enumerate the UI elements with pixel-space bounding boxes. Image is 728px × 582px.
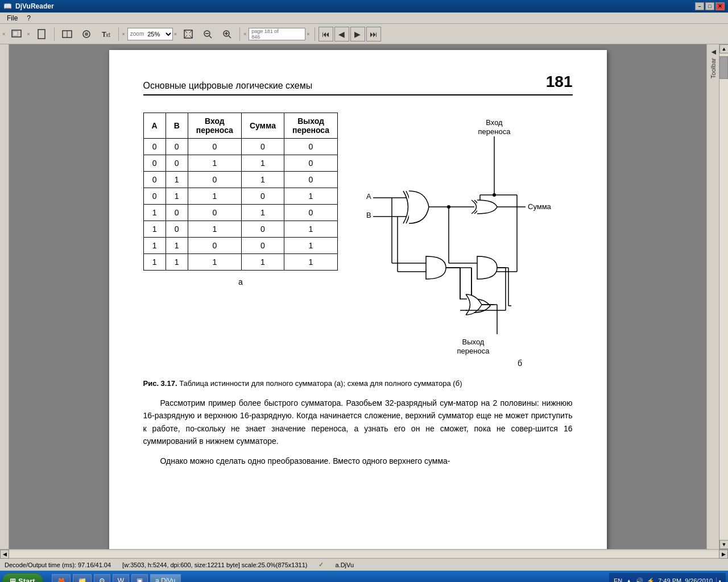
status-bar: Decode/Output time (ms): 97.16/41.04 [w:… <box>0 558 728 571</box>
scroll-track[interactable] <box>719 53 728 540</box>
app-icon: 📖 <box>3 2 12 10</box>
start-label: Start <box>18 577 35 583</box>
document-area[interactable]: Основные цифровые логические схемы 181 А… <box>9 44 706 549</box>
taskbar-item-mediaplayer[interactable]: ⚙ <box>94 574 110 582</box>
sep1 <box>54 27 55 41</box>
mediaplayer-icon: ⚙ <box>99 577 105 582</box>
page-header-title: Основные цифровые логические схемы <box>143 81 313 91</box>
table-row: 00000 <box>143 139 338 155</box>
page-group: page 181 of 846 181 <box>249 28 305 40</box>
subfig-a-label: а <box>143 277 338 286</box>
title-bar-controls: – □ ✕ <box>695 2 725 10</box>
page-number: 181 <box>546 73 573 91</box>
clock[interactable]: 7:49 PM <box>658 577 681 582</box>
svg-text:Сумма: Сумма <box>528 202 552 211</box>
toolbar-btn-layout[interactable] <box>58 27 76 41</box>
acrobat-icon: ▣ <box>136 577 143 582</box>
scroll-up-button[interactable]: ▲ <box>719 44 728 53</box>
table-row: 11001 <box>143 238 338 254</box>
col-header-a: А <box>143 113 166 139</box>
toolbar-btn-view1[interactable] <box>7 27 26 41</box>
windows-icon: ⊞ <box>10 577 16 583</box>
table-row: 10010 <box>143 205 338 221</box>
svg-text:Вход: Вход <box>486 118 503 127</box>
toolbar-btn-text[interactable]: Txt <box>97 27 115 41</box>
table-row: 01010 <box>143 172 338 188</box>
explorer-icon: 📁 <box>78 577 86 582</box>
svg-text:В: В <box>366 211 371 219</box>
show-desktop-button[interactable]: ▪ <box>716 577 721 582</box>
next-page-button[interactable]: ▶ <box>350 27 365 41</box>
zoom-out-button[interactable] <box>198 27 217 41</box>
toolbar-toggle[interactable]: Toolbar ▶ <box>709 47 717 81</box>
page-header: Основные цифровые логические схемы 181 <box>143 73 573 95</box>
file-name: a.DjVu <box>335 562 354 568</box>
battery-icon: ⚡ <box>647 577 655 583</box>
zoom-group: zoom 25%50%75%100% <box>127 28 173 40</box>
svg-text:xt: xt <box>106 32 110 38</box>
language-label: EN <box>614 577 622 582</box>
zoom-select[interactable]: 25%50%75%100% <box>145 30 173 38</box>
toolbar-btn-view2[interactable] <box>32 27 51 41</box>
taskbar-item-djvu[interactable]: a.DjVu <box>150 574 181 582</box>
table-row: 10101 <box>143 221 338 238</box>
page-x2: × <box>307 31 309 37</box>
maximize-button[interactable]: □ <box>705 2 714 10</box>
right-toolbar[interactable]: Toolbar ▶ <box>706 44 719 549</box>
taskbar: ⊞ Start 🦊 📁 ⚙ W ▣ a.DjVu EN ▲ 🔊 ⚡ 7:49 P… <box>0 571 728 582</box>
horizontal-scrollbar[interactable]: ◀ ▶ <box>0 549 728 558</box>
taskbar-item-firefox[interactable]: 🦊 <box>52 574 71 582</box>
zoom-x: × <box>122 31 125 37</box>
col-header-b: В <box>166 113 188 139</box>
zoom-fit-button[interactable] <box>179 27 197 41</box>
svg-text:переноса: переноса <box>457 347 490 355</box>
volume-icon: 🔊 <box>635 577 643 583</box>
svg-text:Выход: Выход <box>462 338 485 346</box>
first-page-button[interactable]: ⏮ <box>318 27 333 41</box>
scroll-thumb[interactable] <box>719 56 728 79</box>
date: 9/26/2010 <box>685 577 713 582</box>
truth-table: А В Входпереноса Сумма Выходпереноса 000… <box>143 113 338 271</box>
scroll-down-button[interactable]: ▼ <box>719 540 728 549</box>
firefox-icon: 🦊 <box>57 577 65 582</box>
prev-page-button[interactable]: ◀ <box>334 27 349 41</box>
svg-rect-2 <box>38 30 45 39</box>
scroll-left-button[interactable]: ◀ <box>0 550 9 559</box>
content-row: А В Входпереноса Сумма Выходпереноса 000… <box>143 113 573 368</box>
document-page: Основные цифровые логические схемы 181 А… <box>109 50 607 549</box>
app-title: DjVuReader <box>15 2 54 10</box>
taskbar-item-word[interactable]: W <box>113 574 129 582</box>
start-button[interactable]: ⊞ Start <box>2 573 43 582</box>
title-bar: 📖 DjVuReader – □ ✕ <box>0 0 728 13</box>
sep2 <box>118 27 119 41</box>
body-text-1: Рассмотрим пример более быстрого суммато… <box>143 397 573 448</box>
close-button[interactable]: ✕ <box>715 2 725 10</box>
toolbar-x2: × <box>27 31 30 37</box>
sep4 <box>315 27 315 41</box>
status-check: ✓ <box>318 561 324 568</box>
col-header-carry-out: Выходпереноса <box>284 113 337 139</box>
subfig-b-label: б <box>463 359 577 368</box>
menu-bar: File ? <box>0 13 728 24</box>
menu-help[interactable]: ? <box>22 13 35 23</box>
taskbar-item-explorer[interactable]: 📁 <box>73 574 92 582</box>
last-page-button[interactable]: ⏭ <box>366 27 381 41</box>
system-tray: EN ▲ 🔊 ⚡ 7:49 PM 9/26/2010 ▪ <box>609 573 726 582</box>
page-label: page 181 of 846 <box>250 28 287 40</box>
scroll-right-button[interactable]: ▶ <box>719 550 728 559</box>
vertical-scrollbar[interactable]: ▲ ▼ <box>719 44 728 549</box>
title-bar-title: 📖 DjVuReader <box>3 2 54 10</box>
menu-file[interactable]: File <box>2 13 22 23</box>
hscroll-track[interactable] <box>9 551 719 558</box>
word-icon: W <box>118 577 124 582</box>
zoom-x2: × <box>174 31 177 37</box>
toolbar-x1: × <box>2 31 5 37</box>
zoom-in-button[interactable] <box>218 27 236 41</box>
page-input[interactable]: 181 <box>287 31 304 38</box>
circuit-diagram: Вход переноса А В <box>361 113 577 368</box>
main-area: Основные цифровые логические схемы 181 А… <box>0 44 728 549</box>
svg-line-18 <box>229 36 231 38</box>
minimize-button[interactable]: – <box>695 2 704 10</box>
taskbar-item-acrobat[interactable]: ▣ <box>131 574 148 582</box>
toolbar-btn-continuous[interactable] <box>77 27 96 41</box>
